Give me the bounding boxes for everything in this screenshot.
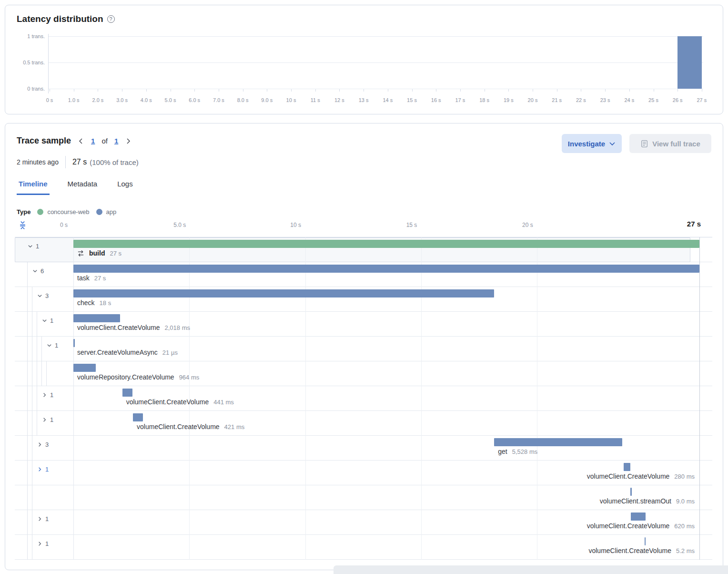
indent-guide — [27, 262, 28, 287]
tab-metadata[interactable]: Metadata — [66, 177, 100, 195]
investigate-button[interactable]: Investigate — [562, 134, 622, 153]
span-bar[interactable] — [73, 240, 699, 248]
span-label: build27 s — [77, 249, 121, 257]
x-axis-tick — [339, 89, 340, 92]
waterfall-row[interactable]: 1server.CreateVolumeAsync21 µs — [15, 337, 712, 361]
x-axis-tick — [315, 89, 316, 92]
x-axis-tick-label: 1.0 s — [68, 97, 80, 103]
help-icon[interactable]: ? — [107, 15, 115, 23]
indent-guide — [27, 436, 28, 461]
transaction-icon — [77, 250, 84, 257]
indent-guide — [32, 485, 32, 510]
span-bar[interactable] — [624, 463, 630, 471]
span-bar[interactable] — [73, 289, 494, 297]
collapse-all-icon[interactable] — [19, 221, 27, 230]
span-bar[interactable] — [631, 512, 645, 521]
waterfall-row[interactable]: 6task27 s — [15, 262, 712, 287]
x-axis-tick-label: 4.0 s — [141, 97, 152, 103]
collapse-chevron-icon[interactable] — [27, 243, 33, 249]
waterfall-row[interactable]: volumeRepository.CreateVolume964 ms — [15, 361, 712, 386]
waterfall-row[interactable]: 1volumeClient.CreateVolume441 ms — [15, 386, 712, 411]
indent-guide — [41, 361, 42, 386]
x-axis-tick-label: 23 s — [600, 97, 610, 103]
x-axis-tick-label: 17 s — [455, 97, 465, 103]
trace-sample-header: Trace sample 1 of 1 — [17, 136, 131, 146]
tab-timeline[interactable]: Timeline — [17, 177, 50, 195]
waterfall-row[interactable]: 1volumeClient.CreateVolume421 ms — [15, 411, 712, 436]
next-page-icon[interactable] — [125, 138, 131, 144]
tab-logs[interactable]: Logs — [115, 177, 135, 195]
waterfall-row[interactable]: 3get5,528 ms — [15, 436, 712, 461]
span-duration: 27 s — [110, 250, 121, 257]
indent-guide — [32, 436, 32, 461]
span-bar[interactable] — [73, 314, 120, 322]
span-label: volumeClient.CreateVolume280 ms — [587, 472, 695, 480]
span-bar[interactable] — [494, 438, 622, 446]
x-axis-tick — [243, 89, 243, 92]
prev-page-icon[interactable] — [78, 138, 84, 144]
indent-guide — [27, 361, 28, 386]
waterfall-row[interactable]: 1volumeClient.CreateVolume2,018 ms — [15, 312, 712, 337]
child-count: 3 — [45, 441, 49, 448]
view-full-trace-button[interactable]: View full trace — [629, 134, 711, 153]
span-label: volumeClient.streamOut9.0 ms — [600, 497, 695, 505]
child-count: 1 — [45, 515, 49, 523]
span-bar[interactable] — [73, 265, 699, 273]
span-duration: 5,528 ms — [512, 448, 537, 455]
expand-chevron-icon[interactable] — [41, 392, 48, 398]
indent-guide — [37, 337, 37, 361]
x-axis-tick — [581, 89, 581, 92]
current-page-link[interactable]: 1 — [91, 137, 95, 145]
child-count: 1 — [45, 540, 49, 547]
x-axis-tick — [654, 89, 654, 92]
gridline — [48, 62, 703, 63]
span-bar[interactable] — [133, 413, 142, 421]
waterfall-row[interactable]: volumeClient.streamOut9.0 ms — [15, 485, 712, 510]
collapse-chevron-icon[interactable] — [46, 342, 52, 348]
expand-chevron-icon[interactable] — [37, 541, 43, 547]
span-name: volumeClient.CreateVolume — [126, 398, 209, 406]
x-axis-tick — [436, 89, 436, 92]
collapse-chevron-icon[interactable] — [41, 318, 48, 324]
x-axis-tick — [364, 89, 364, 92]
expand-chevron-icon[interactable] — [37, 441, 43, 448]
x-axis-tick-label: 21 s — [552, 97, 562, 103]
waterfall-row[interactable]: 1build27 s — [15, 237, 712, 262]
trace-waterfall: 1build27 s6task27 s3check18 s1volumeClie… — [15, 237, 712, 559]
x-axis-tick — [533, 89, 533, 92]
span-duration: 421 ms — [224, 423, 245, 430]
total-pages-link[interactable]: 1 — [114, 137, 118, 145]
child-count: 1 — [45, 466, 49, 473]
x-axis-tick — [412, 89, 413, 92]
histogram-bar[interactable] — [677, 36, 702, 89]
indent-guide — [27, 337, 28, 361]
span-bar[interactable] — [73, 339, 75, 347]
waterfall-row[interactable]: 3check18 s — [15, 287, 712, 312]
span-label: volumeClient.CreateVolume421 ms — [137, 423, 244, 430]
expand-chevron-icon[interactable] — [41, 417, 48, 423]
x-axis-tick — [388, 89, 388, 92]
legend-title: Type — [17, 208, 30, 215]
span-duration: 2,018 ms — [165, 324, 190, 331]
concourse-web-legend-dot — [37, 209, 43, 215]
x-axis-tick-label: 6.0 s — [189, 97, 200, 103]
indent-guide — [27, 485, 28, 510]
waterfall-row[interactable]: 1volumeClient.CreateVolume5.2 ms — [15, 535, 712, 560]
y-axis-tick-label: 0.5 trans. — [11, 60, 45, 65]
x-axis-tick-label: 14 s — [383, 97, 393, 103]
child-count: 6 — [40, 267, 44, 275]
waterfall-row[interactable]: 1volumeClient.CreateVolume620 ms — [15, 510, 712, 535]
collapse-chevron-icon[interactable] — [32, 268, 38, 274]
span-bar[interactable] — [630, 488, 632, 496]
span-bar[interactable] — [645, 537, 646, 545]
expand-chevron-icon[interactable] — [37, 516, 43, 522]
expand-chevron-icon[interactable] — [37, 466, 43, 472]
child-count: 3 — [45, 292, 49, 299]
waterfall-row[interactable]: 1volumeClient.CreateVolume280 ms — [15, 461, 712, 485]
x-axis-tick-label: 24 s — [624, 97, 634, 103]
span-bar[interactable] — [73, 364, 96, 372]
x-axis-tick-label: 27 s — [697, 97, 707, 103]
x-axis-tick — [557, 89, 557, 92]
collapse-chevron-icon[interactable] — [37, 293, 43, 299]
span-bar[interactable] — [122, 389, 132, 397]
